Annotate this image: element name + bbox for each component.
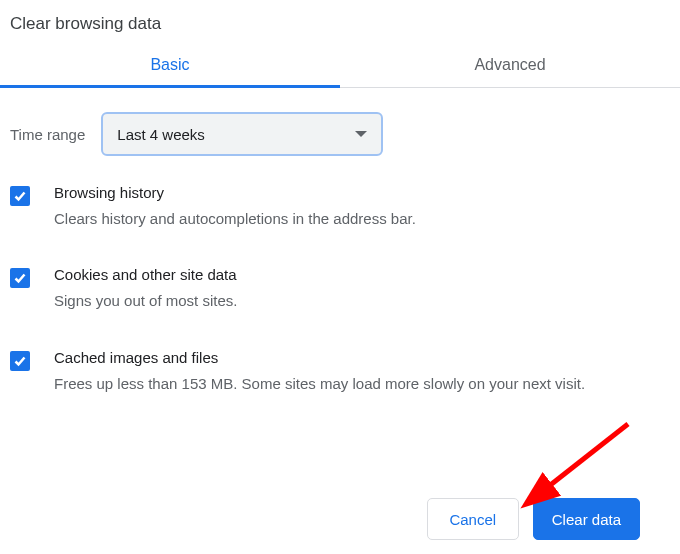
tab-basic[interactable]: Basic [0, 44, 340, 87]
option-text: Cookies and other site data Signs you ou… [54, 266, 237, 312]
option-title: Cookies and other site data [54, 266, 237, 283]
option-text: Cached images and files Frees up less th… [54, 349, 585, 395]
tab-advanced[interactable]: Advanced [340, 44, 680, 87]
cancel-button[interactable]: Cancel [427, 498, 519, 540]
option-desc: Clears history and autocompletions in th… [54, 207, 416, 230]
option-desc: Frees up less than 153 MB. Some sites ma… [54, 372, 585, 395]
checkbox-cookies[interactable] [10, 268, 30, 288]
option-browsing-history: Browsing history Clears history and auto… [10, 184, 670, 230]
checkbox-browsing-history[interactable] [10, 186, 30, 206]
dialog-title: Clear browsing data [0, 0, 680, 44]
annotation-arrow-icon [518, 420, 638, 510]
svg-line-0 [544, 424, 628, 490]
option-text: Browsing history Clears history and auto… [54, 184, 416, 230]
tabs: Basic Advanced [0, 44, 680, 88]
check-icon [14, 190, 26, 202]
time-range-value: Last 4 weeks [117, 126, 205, 143]
time-range-label: Time range [10, 126, 85, 143]
options-list: Browsing history Clears history and auto… [0, 156, 680, 395]
check-icon [14, 355, 26, 367]
option-title: Browsing history [54, 184, 416, 201]
check-icon [14, 272, 26, 284]
option-cache: Cached images and files Frees up less th… [10, 349, 670, 395]
option-desc: Signs you out of most sites. [54, 289, 237, 312]
clear-data-button[interactable]: Clear data [533, 498, 640, 540]
option-cookies: Cookies and other site data Signs you ou… [10, 266, 670, 312]
option-title: Cached images and files [54, 349, 585, 366]
chevron-down-icon [355, 131, 367, 137]
time-range-select[interactable]: Last 4 weeks [101, 112, 383, 156]
time-range-row: Time range Last 4 weeks [0, 88, 680, 156]
dialog-actions: Cancel Clear data [427, 498, 640, 540]
checkbox-cache[interactable] [10, 351, 30, 371]
